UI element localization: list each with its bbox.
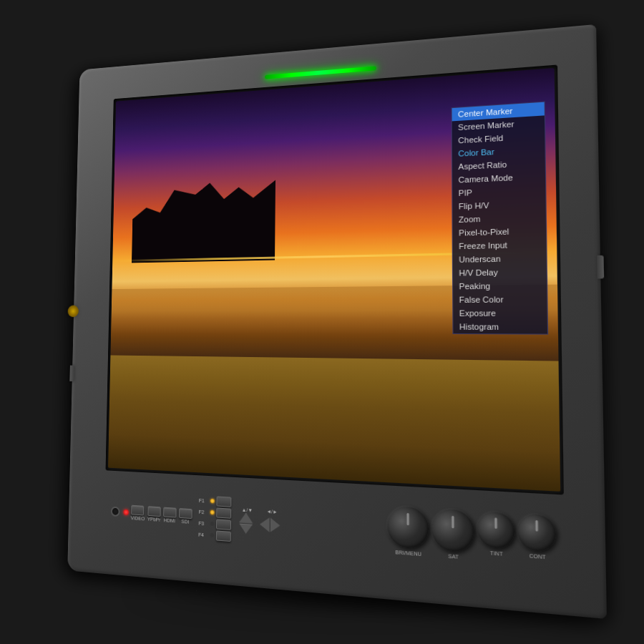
sdi-button-group: SDI <box>179 508 192 525</box>
f-buttons-area: F1 F2 F3 F4 <box>198 495 231 542</box>
nav-right-button[interactable] <box>270 517 280 532</box>
nav-leftright-cluster <box>260 517 280 532</box>
ypbpr-button-group: YPbPr <box>147 506 161 522</box>
cont-knob-unit: CONT <box>518 514 557 561</box>
tint-knob-unit: TINT <box>477 511 515 557</box>
cont-knob[interactable] <box>518 514 557 553</box>
nav-leftright-label: ◄/► <box>266 508 278 514</box>
menu-item-hv-delay[interactable]: H/V Delay <box>453 265 547 280</box>
bri-menu-knob-unit: BRI/MENU <box>388 506 429 557</box>
left-side-button[interactable] <box>69 366 74 381</box>
ypbpr-label: YPbPr <box>147 517 160 522</box>
nav-knob-row <box>239 512 280 536</box>
f1-led <box>210 499 215 503</box>
cliff-silhouette <box>132 146 276 263</box>
f3-button[interactable] <box>216 519 231 530</box>
f1-button[interactable] <box>216 496 231 507</box>
f3-row: F3 <box>198 518 230 530</box>
menu-item-exposure[interactable]: Exposure <box>453 306 547 320</box>
tint-knob[interactable] <box>477 511 514 550</box>
menu-item-false-color[interactable]: False Color <box>453 293 547 307</box>
nav-buttons: ▲/▼ ◄/► <box>239 507 280 536</box>
sat-knob-unit: SAT <box>432 509 475 561</box>
f2-led <box>210 510 214 514</box>
f4-label: F4 <box>198 532 208 537</box>
hdmi-label: HDMI <box>164 517 175 523</box>
f2-row: F2 <box>199 507 231 519</box>
input-buttons-row: VIDEO YPbPr HDMI SDI <box>123 504 192 525</box>
f3-label: F3 <box>198 520 208 526</box>
hdmi-button-group: HDMI <box>163 507 177 524</box>
nav-left-button[interactable] <box>260 517 270 532</box>
tint-label: TINT <box>490 550 503 557</box>
video-button-group: VIDEO <box>131 505 145 522</box>
monitor-body: Center Marker Screen Marker Check Field … <box>67 24 607 619</box>
sat-knob[interactable] <box>432 509 475 553</box>
screen: Center Marker Screen Marker Check Field … <box>108 68 561 492</box>
f2-button[interactable] <box>216 507 231 518</box>
left-side-port <box>68 305 79 317</box>
screen-bezel: Center Marker Screen Marker Check Field … <box>105 64 564 494</box>
menu-item-underscan[interactable]: Underscan <box>453 251 547 266</box>
monitor-wrapper: Center Marker Screen Marker Check Field … <box>50 43 594 601</box>
headphone-jack[interactable] <box>111 507 120 517</box>
ypbpr-button[interactable] <box>147 506 160 517</box>
nav-updown-label: ▲/▼ <box>242 507 253 512</box>
f1-row: F1 <box>199 495 231 507</box>
right-bracket <box>597 255 604 279</box>
video-label: VIDEO <box>131 515 145 521</box>
nav-down-button[interactable] <box>239 523 253 535</box>
f4-row: F4 <box>198 530 230 542</box>
nav-updown-cluster <box>239 512 253 535</box>
menu-item-peaking[interactable]: Peaking <box>453 278 547 293</box>
f1-label: F1 <box>199 497 208 503</box>
f2-label: F2 <box>199 509 208 514</box>
hdmi-button[interactable] <box>163 507 176 518</box>
control-panel: VIDEO YPbPr HDMI SDI <box>104 474 566 587</box>
sdi-label: SDI <box>181 519 189 525</box>
bri-menu-label: BRI/MENU <box>395 550 421 557</box>
menu-item-histogram[interactable]: Histogram <box>453 320 547 333</box>
osd-menu: Center Marker Screen Marker Check Field … <box>451 102 548 335</box>
green-led-bar <box>265 66 376 79</box>
red-led-indicator <box>123 509 128 515</box>
video-button[interactable] <box>132 505 145 516</box>
cont-label: CONT <box>530 553 546 560</box>
sat-label: SAT <box>448 553 458 560</box>
bri-menu-knob[interactable] <box>388 506 429 550</box>
beach-sand <box>108 356 561 492</box>
sdi-button[interactable] <box>179 508 192 519</box>
f4-button[interactable] <box>215 530 230 542</box>
nav-up-button[interactable] <box>239 512 253 523</box>
knobs-area: BRI/MENU SAT TINT CONT <box>287 499 557 567</box>
